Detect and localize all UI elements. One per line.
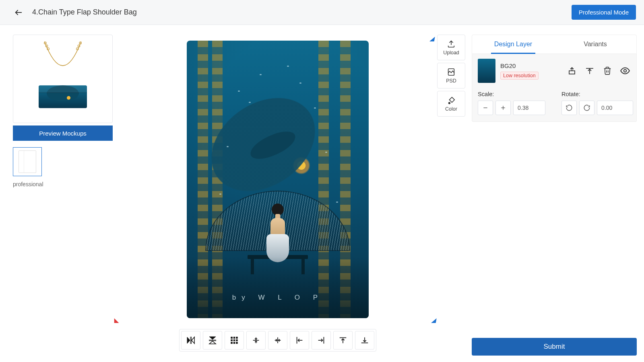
paint-bucket-icon <box>447 96 456 105</box>
layer-card: BG20 Low resolution <box>472 54 637 122</box>
app-header: 4.Chain Type Flap Shoulder Bag Professio… <box>0 0 644 25</box>
psd-label: PSD <box>446 78 456 84</box>
preview-mockups-button[interactable]: Preview Mockups <box>13 125 113 141</box>
bag-mockup-image <box>23 39 103 119</box>
template-thumbnail[interactable] <box>13 147 42 176</box>
rotate-input[interactable] <box>597 101 633 115</box>
rotate-cw-button[interactable] <box>579 101 594 115</box>
scale-control: Scale: <box>478 91 545 115</box>
tile-button[interactable] <box>225 331 244 350</box>
svg-rect-13 <box>233 337 235 339</box>
template-label: professional <box>13 181 43 187</box>
flip-vertical-button[interactable] <box>203 331 222 350</box>
svg-rect-19 <box>233 342 235 344</box>
right-panel: Design Layer Variants BG20 Low resolutio… <box>468 25 644 362</box>
upload-label: Upload <box>443 50 459 56</box>
color-button[interactable]: Color <box>437 91 465 117</box>
design-artwork[interactable]: by W L O P <box>187 41 369 318</box>
scale-increment-button[interactable] <box>495 101 511 115</box>
tab-design-layer[interactable]: Design Layer <box>472 35 554 53</box>
artwork-byline: by W L O P <box>187 294 369 302</box>
back-arrow-icon[interactable] <box>13 7 24 18</box>
side-tools: Upload PSD Color <box>435 25 468 362</box>
rotate-label: Rotate: <box>561 91 633 97</box>
layer-name: BG20 <box>500 62 539 69</box>
transform-toolbar <box>179 329 376 352</box>
svg-rect-18 <box>231 342 233 344</box>
scale-label: Scale: <box>478 91 545 97</box>
crop-mark-bottom-left: ◣ <box>114 317 119 323</box>
svg-rect-15 <box>231 339 233 341</box>
crop-mark-top-right: ◢ <box>430 35 436 42</box>
submit-button[interactable]: Submit <box>472 338 637 356</box>
rotate-ccw-button[interactable] <box>561 101 577 115</box>
align-right-button[interactable] <box>312 331 331 350</box>
align-vertical-center-button[interactable] <box>246 331 266 350</box>
low-resolution-badge: Low resolution <box>500 72 539 80</box>
layer-bring-forward-icon[interactable] <box>566 65 578 76</box>
flip-horizontal-button[interactable] <box>181 331 200 350</box>
upload-icon <box>447 39 456 48</box>
svg-rect-14 <box>236 337 238 339</box>
svg-rect-32 <box>569 71 575 74</box>
layer-thumbnail[interactable] <box>478 59 495 83</box>
upload-button[interactable]: Upload <box>437 35 465 60</box>
svg-rect-12 <box>231 337 233 339</box>
professional-mode-button[interactable]: Professional Mode <box>572 5 636 20</box>
layer-center-icon[interactable] <box>584 65 595 76</box>
svg-point-9 <box>67 96 70 100</box>
psd-button[interactable]: PSD <box>437 63 465 88</box>
psd-icon <box>447 68 456 76</box>
svg-rect-20 <box>236 342 238 344</box>
scale-input[interactable] <box>513 101 545 115</box>
align-top-button[interactable] <box>333 331 353 350</box>
align-left-button[interactable] <box>290 331 309 350</box>
canvas-area: by W L O P ◢ ◣ ◢ <box>121 25 435 362</box>
color-label: Color <box>445 106 457 112</box>
product-preview <box>13 35 113 123</box>
svg-point-38 <box>624 70 627 72</box>
svg-rect-17 <box>236 339 238 341</box>
svg-rect-10 <box>39 85 87 93</box>
scale-decrement-button[interactable] <box>478 101 493 115</box>
rotate-control: Rotate: <box>561 91 633 115</box>
panel-tabs: Design Layer Variants <box>472 35 637 54</box>
layer-visibility-icon[interactable] <box>619 65 631 76</box>
left-sidebar: Preview Mockups professional <box>0 25 121 362</box>
tab-variants[interactable]: Variants <box>554 35 636 53</box>
svg-rect-16 <box>233 339 235 341</box>
layer-delete-icon[interactable] <box>602 65 613 76</box>
align-bottom-button[interactable] <box>355 331 374 350</box>
align-horizontal-center-button[interactable] <box>268 331 287 350</box>
page-title: 4.Chain Type Flap Shoulder Bag <box>32 8 137 16</box>
